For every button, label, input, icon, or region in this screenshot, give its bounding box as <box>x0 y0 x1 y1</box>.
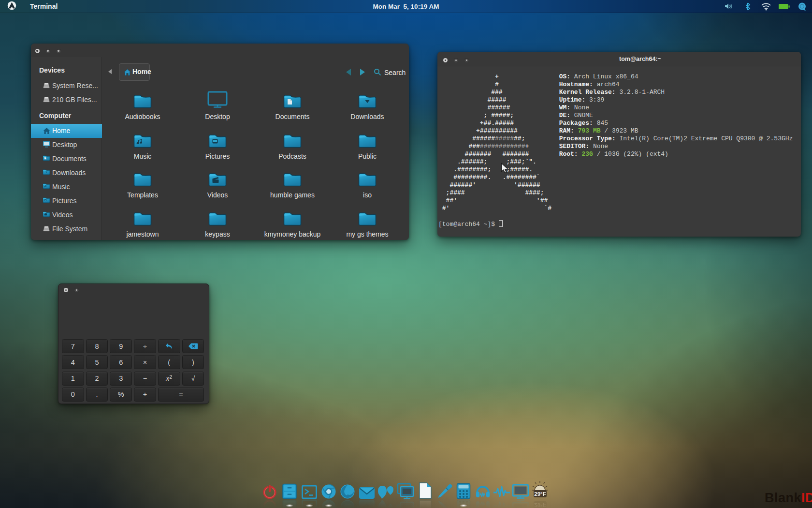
svg-text:29°F: 29°F <box>534 502 546 508</box>
svg-text:29°F: 29°F <box>534 491 546 497</box>
